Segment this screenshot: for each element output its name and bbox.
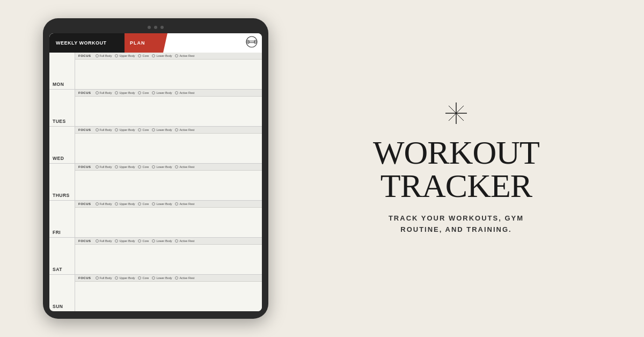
focus-option[interactable]: Core	[138, 165, 149, 169]
focus-circle-icon	[175, 202, 178, 206]
focus-option[interactable]: Lower Body	[152, 91, 172, 94]
focus-circle-icon	[138, 128, 141, 131]
focus-option[interactable]: Full Body	[96, 276, 112, 280]
day-lines	[75, 245, 262, 274]
focus-option[interactable]: Upper Body	[115, 91, 135, 94]
focus-option-label: Lower Body	[156, 276, 172, 280]
focus-option[interactable]: Upper Body	[115, 239, 135, 243]
tablet-top-bar	[49, 26, 262, 29]
focus-bar: FOCUSFull BodyUpper BodyCoreLower BodyAc…	[75, 53, 262, 60]
day-row: SUNFOCUSFull BodyUpper BodyCoreLower Bod…	[49, 275, 262, 311]
day-lines	[75, 60, 262, 89]
day-label: TUES	[49, 90, 75, 126]
focus-option[interactable]: Lower Body	[152, 202, 172, 206]
focus-option[interactable]: Active Rest	[175, 276, 194, 280]
focus-option-label: Active Rest	[179, 91, 194, 94]
focus-bar: FOCUSFull BodyUpper BodyCoreLower BodyAc…	[75, 238, 262, 245]
focus-option[interactable]: Core	[138, 128, 149, 131]
focus-option[interactable]: Full Body	[96, 202, 112, 206]
tablet-screen: WEEKLY WORKOUT PLAN MONFOCUSFull BodyUpp…	[49, 33, 262, 311]
focus-option[interactable]: Active Rest	[175, 165, 194, 169]
focus-option[interactable]: Lower Body	[152, 276, 172, 280]
focus-circle-icon	[115, 165, 118, 169]
focus-option[interactable]: Core	[138, 91, 149, 94]
day-content: FOCUSFull BodyUpper BodyCoreLower BodyAc…	[75, 164, 262, 200]
focus-option-label: Upper Body	[119, 276, 135, 280]
focus-option[interactable]: Core	[138, 276, 149, 280]
focus-option[interactable]: Core	[138, 239, 149, 243]
focus-option-label: Core	[142, 239, 149, 243]
focus-label: FOCUS	[78, 202, 91, 206]
focus-option[interactable]: Upper Body	[115, 54, 135, 57]
focus-option-label: Lower Body	[156, 239, 172, 243]
focus-option[interactable]: Lower Body	[152, 165, 172, 169]
focus-circle-icon	[152, 128, 155, 131]
focus-option-label: Full Body	[100, 91, 112, 94]
focus-circle-icon	[152, 91, 155, 94]
tablet: WEEKLY WORKOUT PLAN MONFOCUSFull BodyUpp…	[43, 18, 268, 319]
focus-option[interactable]: Full Body	[96, 239, 112, 243]
day-content: FOCUSFull BodyUpper BodyCoreLower BodyAc…	[75, 127, 262, 163]
focus-option[interactable]: Active Rest	[175, 128, 194, 131]
day-lines	[75, 134, 262, 163]
focus-option[interactable]: Full Body	[96, 165, 112, 169]
tracker-title: WORKOUT TRACKER	[373, 136, 539, 202]
focus-option-label: Core	[142, 128, 149, 131]
focus-option-label: Active Rest	[179, 239, 194, 243]
focus-option-label: Upper Body	[119, 239, 135, 243]
day-lines	[75, 282, 262, 311]
focus-option[interactable]: Upper Body	[115, 165, 135, 169]
tablet-dot-2	[154, 26, 157, 29]
focus-option-label: Upper Body	[119, 202, 135, 206]
focus-option[interactable]: Core	[138, 202, 149, 206]
focus-option-label: Full Body	[100, 128, 112, 131]
focus-circle-icon	[138, 276, 141, 280]
star-icon	[444, 101, 468, 125]
focus-option[interactable]: Full Body	[96, 54, 112, 57]
focus-label: FOCUS	[78, 239, 91, 243]
focus-circle-icon	[175, 239, 178, 243]
focus-circle-icon	[175, 128, 178, 131]
day-lines	[75, 171, 262, 200]
workout-header: WEEKLY WORKOUT PLAN	[49, 33, 262, 53]
focus-circle-icon	[138, 239, 141, 243]
focus-circle-icon	[115, 54, 118, 57]
focus-circle-icon	[96, 128, 99, 131]
svg-rect-1	[248, 41, 255, 43]
day-label: SUN	[49, 275, 75, 311]
header-right: PLAN	[125, 33, 167, 53]
subtitle-text: TRACK YOUR WORKOUTS, GYMROUTINE, AND TRA…	[389, 214, 524, 233]
focus-option-label: Core	[142, 91, 149, 94]
focus-circle-icon	[96, 276, 99, 280]
focus-option-label: Full Body	[100, 276, 112, 280]
focus-bar: FOCUSFull BodyUpper BodyCoreLower BodyAc…	[75, 90, 262, 97]
focus-option[interactable]: Full Body	[96, 91, 112, 94]
dumbbell-icon	[246, 36, 258, 50]
focus-option[interactable]: Upper Body	[115, 202, 135, 206]
day-label: SAT	[49, 238, 75, 274]
tablet-dot-1	[148, 26, 151, 29]
tracker-subtitle: TRACK YOUR WORKOUTS, GYMROUTINE, AND TRA…	[389, 213, 524, 236]
focus-circle-icon	[115, 128, 118, 131]
header-left: WEEKLY WORKOUT	[49, 33, 125, 53]
focus-option[interactable]: Full Body	[96, 128, 112, 131]
focus-option[interactable]: Lower Body	[152, 54, 172, 57]
focus-option[interactable]: Upper Body	[115, 276, 135, 280]
focus-option[interactable]: Active Rest	[175, 54, 194, 57]
focus-circle-icon	[152, 239, 155, 243]
focus-option[interactable]: Active Rest	[175, 91, 194, 94]
focus-option[interactable]: Core	[138, 54, 149, 57]
focus-bar: FOCUSFull BodyUpper BodyCoreLower BodyAc…	[75, 164, 262, 171]
focus-circle-icon	[115, 202, 118, 206]
focus-option[interactable]: Active Rest	[175, 202, 194, 206]
focus-option-label: Active Rest	[179, 128, 194, 131]
focus-option[interactable]: Upper Body	[115, 128, 135, 131]
focus-option[interactable]: Lower Body	[152, 239, 172, 243]
right-panel: WORKOUT TRACKER TRACK YOUR WORKOUTS, GYM…	[268, 101, 612, 236]
focus-option-label: Active Rest	[179, 165, 194, 169]
focus-option-label: Core	[142, 54, 149, 57]
focus-option-label: Upper Body	[119, 128, 135, 131]
focus-option[interactable]: Lower Body	[152, 128, 172, 131]
focus-label: FOCUS	[78, 54, 91, 57]
focus-option[interactable]: Active Rest	[175, 239, 194, 243]
